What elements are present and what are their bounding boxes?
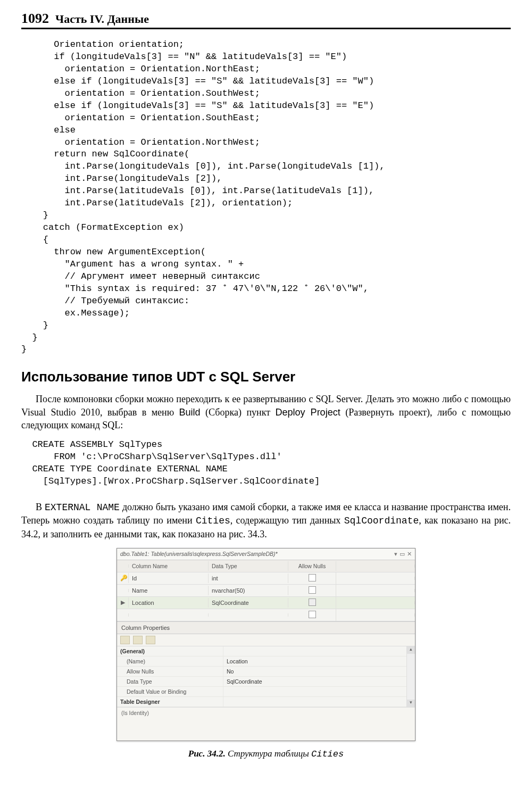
prop-value[interactable]: Location [223, 656, 406, 667]
code-block-1: Orientation orientation; if (longitudeVa… [21, 39, 511, 356]
table-row[interactable]: ▶ Location SqlCoordinate [117, 597, 415, 609]
col-name[interactable] [129, 613, 209, 617]
table-row[interactable]: Name nvarchar(50) [117, 585, 415, 597]
menu-deploy-project: Deploy Project [276, 407, 340, 418]
text: , содержащую тип данных [230, 515, 344, 526]
columns-header: Column Name Data Type Allow Nulls [117, 560, 415, 572]
caption-text: Структура таблицы [228, 749, 311, 759]
current-row-icon: ▶ [117, 597, 129, 608]
row-marker [117, 589, 129, 592]
caption-ref: Рис. 34.2. [188, 749, 228, 759]
alphabetical-icon[interactable] [133, 636, 143, 644]
text: В [36, 502, 45, 512]
col-name-header: Column Name [129, 561, 209, 571]
close-icon[interactable]: ✕ [407, 551, 412, 558]
part-title: Часть IV. Данные [55, 12, 149, 26]
prop-category[interactable]: (General) [117, 646, 223, 656]
property-pages-icon[interactable] [146, 636, 155, 644]
categorized-icon[interactable] [120, 636, 130, 644]
prop-value[interactable] [223, 687, 406, 697]
inline-code: Cities [196, 516, 230, 526]
col-type-header: Data Type [209, 561, 288, 571]
inline-code: EXTERNAL NAME [45, 502, 120, 513]
scroll-up-icon[interactable]: ▴ [407, 646, 415, 654]
properties-grid: (General) ▴ ▾ (Name)Location Allow Nulls… [117, 646, 415, 707]
paragraph-1: После компоновки сборки можно переходить… [21, 393, 511, 431]
figure-caption: Рис. 34.2. Структура таблицы Cities [188, 749, 344, 759]
table-row[interactable] [117, 609, 415, 621]
col-name[interactable]: Name [129, 586, 209, 595]
inline-code: SqlCoordinate [344, 516, 419, 526]
scrollbar[interactable]: ▴ ▾ [406, 646, 415, 707]
paragraph-2: В EXTERNAL NAME должно быть указано имя … [21, 501, 511, 541]
maximize-icon[interactable]: ▭ [400, 551, 405, 558]
page-number: 1092 [21, 11, 49, 27]
allow-nulls-checkbox[interactable] [309, 598, 316, 606]
col-type[interactable]: SqlCoordinate [209, 598, 288, 608]
property-description: (Is Identity) [117, 707, 415, 741]
prop-value[interactable]: No [223, 667, 406, 677]
window-titlebar: dbo.Table1: Table(universalis\sqlexpress… [117, 548, 415, 560]
col-name[interactable]: Location [129, 598, 209, 608]
page-header: 1092 Часть IV. Данные [21, 11, 511, 29]
prop-label: (Name) [117, 656, 223, 667]
caption-code: Cities [311, 749, 344, 759]
prop-category[interactable]: Table Designer [117, 697, 223, 707]
figure-table-designer: dbo.Table1: Table(universalis\sqlexpress… [117, 548, 415, 741]
menu-build: Build [179, 407, 201, 418]
prop-value[interactable]: SqlCoordinate [223, 677, 406, 687]
prop-label: Default Value or Binding [117, 687, 223, 697]
allow-nulls-checkbox[interactable] [309, 586, 316, 594]
table-row[interactable]: 🔑 Id int [117, 572, 415, 585]
col-type[interactable]: int [209, 573, 288, 583]
text: (Сборка) пункт [201, 407, 276, 418]
scroll-down-icon[interactable]: ▾ [407, 700, 415, 707]
prop-label: Data Type [117, 677, 223, 687]
code-block-2: CREATE ASSEMBLY SqlTypes FROM 'c:\ProCSh… [21, 439, 511, 488]
col-type[interactable] [209, 613, 288, 617]
properties-toolbar [117, 634, 415, 646]
column-properties-title: Column Properties [117, 621, 415, 634]
allow-nulls-checkbox[interactable] [309, 574, 316, 581]
allow-nulls-checkbox[interactable] [309, 611, 316, 618]
col-type[interactable]: nvarchar(50) [209, 586, 288, 595]
key-icon: 🔑 [117, 573, 129, 583]
col-name[interactable]: Id [129, 573, 209, 583]
window-title: dbo.Table1: Table(universalis\sqlexpress… [120, 551, 394, 557]
dropdown-icon[interactable]: ▾ [394, 551, 397, 558]
prop-label: Allow Nulls [117, 667, 223, 677]
section-heading: Использование типов UDT с SQL Server [21, 369, 511, 385]
col-nulls-header: Allow Nulls [288, 561, 336, 571]
